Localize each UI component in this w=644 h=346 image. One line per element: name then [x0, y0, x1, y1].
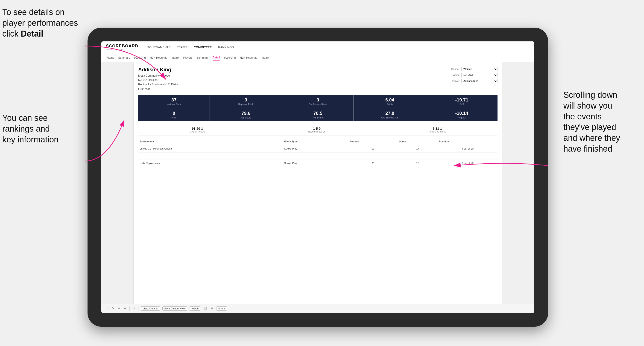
stat-regional-rank: 3 Regional Rank [210, 95, 282, 108]
save-custom-button[interactable]: Save Custom View [162, 306, 188, 311]
player-label: Player [447, 80, 460, 82]
subnav-h2h-heatmap2[interactable]: H2H Heatmap [240, 55, 257, 60]
subnav-players[interactable]: Players [183, 55, 192, 60]
record-top25: 1-5-0 Record vs top 25 [308, 127, 326, 133]
subnav-h2h-grid[interactable]: H2H Grid [134, 55, 146, 60]
player-info: Addison King Mesa Community College NJCA… [138, 67, 180, 91]
record-value-top25: 1-5-0 [308, 127, 326, 131]
player-year: First Year [138, 87, 180, 91]
view-original-button[interactable]: View: Original [141, 306, 160, 311]
toolbar-btn-1[interactable]: ⊕ [117, 306, 121, 310]
player-filters: Gender Women Men Division NJCAA I NJCAA … [447, 67, 498, 83]
col-rounds: Rounds [348, 138, 398, 145]
stat-avg-score: 79.6 Avg Score [210, 108, 282, 121]
record-top50: 5-11-1 Record vs top 50 [429, 127, 446, 133]
annotation-right-line2: will show you [564, 101, 612, 110]
stat-value-wins: 0 [140, 111, 208, 116]
nav-item-tournaments[interactable]: TOURNAMENTS [148, 45, 170, 50]
cell-event-type-1: Stroke Play [283, 145, 348, 152]
stat-label-avg-score-par: Avg Score to Par [356, 116, 424, 119]
annotation-topleft-bold: Detail [21, 29, 43, 38]
share-button[interactable]: Share [216, 306, 227, 311]
player-filter-row: Player Addison King [447, 79, 498, 83]
division-label: Division [447, 74, 460, 76]
cell-tournament-1: Estella CC- Mountain Classic [138, 145, 283, 152]
subnav-matrix[interactable]: Matrix [172, 55, 179, 60]
stat-sos: -19.71 SoS [426, 95, 498, 108]
annotation-bottomleft-line3: key information [2, 135, 58, 144]
record-value-overall: 91-20-1 [190, 127, 205, 131]
save-custom-label: Save Custom View [164, 307, 186, 310]
stat-label-wins: Wins [140, 116, 208, 119]
subnav-teams[interactable]: Teams [106, 55, 114, 60]
cell-position-1: 4 out of 20 [438, 145, 498, 152]
annotation-right-line1: Scrolling down [564, 90, 617, 100]
stat-value-national-rank: 37 [140, 97, 208, 103]
stat-value-points: 6.04 [356, 97, 424, 103]
undo-button[interactable]: ↺ [104, 306, 108, 310]
stat-label-regional-rank: Regional Rank [212, 103, 280, 106]
gender-select[interactable]: Women Men [461, 67, 498, 71]
subnav-matrix2[interactable]: Matrix [262, 55, 269, 60]
stat-avg-score-par: 27.8 Avg Score to Par [354, 108, 426, 121]
redo-button[interactable]: ↻ [111, 306, 115, 310]
division-filter-row: Division NJCAA I NJCAA II [447, 73, 498, 77]
annotation-right-line5: and where they [564, 133, 620, 143]
stat-label-avg-score: Avg Score [212, 116, 280, 119]
cell-score-3: 16 [398, 159, 438, 167]
toolbar-btn-5[interactable]: ⊞ [210, 306, 214, 310]
subnav-h2h-grid2[interactable]: H2H Grid [224, 55, 236, 60]
annotation-right-line6: have finished [564, 144, 612, 154]
cell-score-1: 17 [398, 145, 438, 152]
toolbar-divider [130, 306, 130, 311]
player-college: Mesa Community College [138, 74, 180, 78]
record-label-overall: Overall Record [190, 131, 205, 133]
division-select[interactable]: NJCAA I NJCAA II [461, 73, 498, 77]
gender-filter-row: Gender Women Men [447, 67, 498, 71]
subnav-summary[interactable]: Summary [118, 55, 130, 60]
stat-value-avg-sg: -10.14 [428, 111, 496, 116]
col-tournament: Tournament [138, 138, 283, 145]
watch-button[interactable]: Watch [190, 306, 200, 311]
cell-position-3: 7 out of 20 [438, 159, 498, 167]
player-header: Addison King Mesa Community College NJCA… [138, 67, 498, 91]
col-score: Score [398, 138, 438, 145]
cell-event-type-3: Stroke Play [283, 159, 348, 167]
subnav-summary2[interactable]: Summary [196, 55, 208, 60]
stat-label-points: Points [356, 103, 424, 106]
stat-value-sos: -19.71 [428, 97, 496, 103]
toolbar-btn-4[interactable]: ⬜ [203, 306, 208, 310]
stat-value-avg-score-par: 27.8 [356, 111, 424, 116]
record-overall: 91-20-1 Overall Record [190, 127, 205, 133]
left-panel [101, 62, 134, 304]
player-name: Addison King [138, 67, 180, 73]
annotation-right-line4: they've played [564, 122, 616, 132]
logo-main: SCOREBOARD [106, 44, 138, 48]
nav-item-rankings[interactable]: RANKINGS [218, 45, 234, 50]
annotation-right: Scrolling down will show you the events … [564, 90, 642, 154]
annotation-topleft: To see details on player performances cl… [2, 7, 85, 39]
logo-sub: Powered by clippd [106, 48, 138, 51]
top-nav-items: TOURNAMENTS TEAMS COMMITTEE RANKINGS [148, 45, 234, 50]
stat-value-adj-score: 78.5 [284, 111, 352, 116]
right-panel [502, 62, 534, 304]
player-select[interactable]: Addison King [461, 79, 498, 83]
table-row: Lady Coyote Invite Stroke Play 2 16 7 ou… [138, 159, 498, 167]
top-nav: SCOREBOARD Powered by clippd TOURNAMENTS… [101, 41, 534, 53]
cell-rounds-3: 2 [348, 159, 398, 167]
subnav-detail[interactable]: Detail [212, 55, 220, 60]
toolbar-btn-2[interactable]: ⊖ [123, 306, 127, 310]
record-value-top50: 5-11-1 [429, 127, 446, 131]
nav-item-committee[interactable]: COMMITTEE [194, 45, 212, 50]
subnav-h2h-heatmap[interactable]: H2H Heatmap [150, 55, 168, 60]
player-division: NJCAA Division 1 [138, 78, 180, 82]
col-event-type: Event Type [283, 138, 348, 145]
sub-nav: Teams Summary H2H Grid H2H Heatmap Matri… [101, 53, 534, 62]
center-content: Addison King Mesa Community College NJCA… [134, 62, 502, 304]
toolbar-btn-3[interactable]: ⊙ [132, 306, 136, 310]
scoreboard-logo: SCOREBOARD Powered by clippd [106, 44, 138, 51]
nav-item-teams[interactable]: TEAMS [177, 45, 187, 50]
annotation-right-line3: the events [564, 112, 602, 121]
watch-label: Watch [192, 307, 198, 310]
stat-avg-sg: -10.14 Avg SG [426, 108, 498, 121]
